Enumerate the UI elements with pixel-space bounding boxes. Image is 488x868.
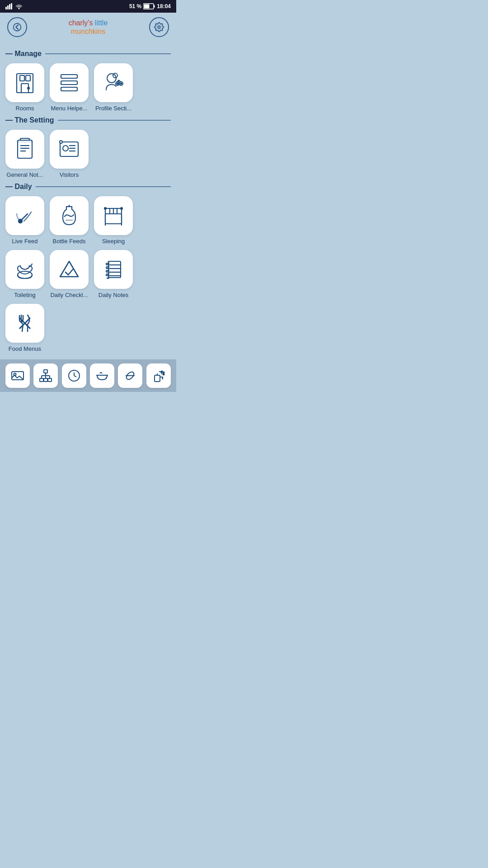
general-notes-icon xyxy=(13,137,37,161)
svg-point-53 xyxy=(106,263,108,265)
toileting-item[interactable]: Toileting xyxy=(5,250,44,298)
svg-point-22 xyxy=(117,83,118,85)
daily-notes-label: Daily Notes xyxy=(99,292,128,298)
toileting-icon-box xyxy=(5,250,44,289)
bottle-feeds-label: Bottle Feeds xyxy=(53,238,86,245)
svg-rect-17 xyxy=(61,87,77,91)
profile-section-icon-box xyxy=(94,63,133,102)
sleeping-item[interactable]: Sleeping xyxy=(94,196,133,245)
battery-text: 51 % xyxy=(129,3,141,9)
settings-button[interactable] xyxy=(149,17,169,37)
hierarchy-icon xyxy=(39,369,52,382)
nav-bowl[interactable] xyxy=(90,363,114,388)
live-feed-item[interactable]: Live Feed xyxy=(5,196,44,245)
nav-hierarchy[interactable] xyxy=(33,363,58,388)
setting-grid: General Not... Visitors xyxy=(5,130,171,178)
nav-medicine[interactable] xyxy=(118,363,142,388)
nav-clock[interactable] xyxy=(62,363,86,388)
svg-rect-16 xyxy=(61,81,77,85)
svg-rect-6 xyxy=(154,5,155,8)
app-title: charly's little munchkins xyxy=(69,19,108,36)
svg-rect-2 xyxy=(9,4,10,9)
menu-helper-item[interactable]: Menu Helpe... xyxy=(50,63,89,112)
food-menus-item[interactable]: Food Menus xyxy=(5,304,44,352)
daily-checklist-icon-box xyxy=(50,250,89,289)
svg-rect-32 xyxy=(105,214,122,224)
menu-helper-icon-box xyxy=(50,63,89,102)
status-right: 51 % 18:04 xyxy=(129,3,171,9)
daily-checklist-label: Daily Checkl... xyxy=(50,292,88,298)
visitors-item[interactable]: Visitors xyxy=(50,130,89,178)
daily-notes-item[interactable]: Daily Notes xyxy=(94,250,133,298)
svg-rect-15 xyxy=(61,75,77,78)
svg-rect-63 xyxy=(44,378,47,382)
bottle-feeds-icon xyxy=(57,204,81,227)
section-header-daily: — Daily xyxy=(5,183,171,191)
svg-rect-8 xyxy=(14,24,21,31)
main-content: — Manage Rooms xyxy=(0,42,176,359)
svg-point-23 xyxy=(121,83,122,85)
rooms-icon xyxy=(13,71,37,94)
svg-point-4 xyxy=(18,8,19,9)
bowl-icon xyxy=(95,369,109,382)
visitors-label: Visitors xyxy=(60,171,79,178)
daily-checklist-icon xyxy=(57,258,81,281)
svg-rect-62 xyxy=(40,378,43,382)
section-divider-manage xyxy=(45,53,171,54)
daily-notes-icon-box xyxy=(94,250,133,289)
svg-point-27 xyxy=(63,146,68,151)
svg-line-72 xyxy=(74,376,76,377)
time-display: 18:04 xyxy=(157,3,171,9)
section-divider-setting xyxy=(58,120,171,121)
visitors-icon xyxy=(57,137,81,161)
manage-grid: Rooms Menu Helpe... xyxy=(5,63,171,112)
general-notes-item[interactable]: General Not... xyxy=(5,130,44,178)
nav-gallery[interactable] xyxy=(5,363,30,388)
section-label-daily: — Daily xyxy=(5,183,32,191)
status-bar: 51 % 18:04 xyxy=(0,0,176,13)
live-feed-label: Live Feed xyxy=(12,238,38,245)
menu-helper-label: Menu Helpe... xyxy=(51,105,88,112)
svg-point-29 xyxy=(19,219,22,223)
section-header-setting: — The Setting xyxy=(5,116,171,124)
svg-point-54 xyxy=(106,267,108,269)
toileting-label: Toileting xyxy=(14,292,36,298)
svg-rect-61 xyxy=(44,370,47,373)
daily-notes-icon xyxy=(102,258,125,281)
visitors-icon-box xyxy=(50,130,89,169)
live-feed-icon-box xyxy=(5,196,44,235)
svg-point-56 xyxy=(106,274,108,276)
svg-rect-3 xyxy=(11,3,12,9)
svg-point-55 xyxy=(106,270,108,272)
sleeping-label: Sleeping xyxy=(102,238,125,245)
svg-rect-13 xyxy=(26,75,30,81)
menu-helper-icon xyxy=(57,71,81,94)
rooms-item[interactable]: Rooms xyxy=(5,63,44,112)
svg-point-78 xyxy=(163,372,164,373)
section-label-setting: — The Setting xyxy=(5,116,54,124)
title-little: little xyxy=(93,19,108,27)
food-menus-icon xyxy=(13,311,37,335)
nav-spray[interactable] xyxy=(146,363,171,388)
svg-rect-1 xyxy=(7,5,9,9)
back-button[interactable] xyxy=(7,17,27,37)
svg-rect-64 xyxy=(48,378,52,382)
svg-point-80 xyxy=(161,371,162,373)
gallery-icon xyxy=(11,369,24,382)
app-header: charly's little munchkins xyxy=(0,13,176,42)
svg-point-18 xyxy=(107,74,116,83)
section-header-manage: — Manage xyxy=(5,50,171,58)
sleeping-icon xyxy=(102,204,125,227)
spray-icon xyxy=(152,369,165,382)
svg-rect-12 xyxy=(20,75,24,81)
title-charlys: charly's xyxy=(69,19,93,27)
rooms-label: Rooms xyxy=(15,105,34,112)
profile-section-item[interactable]: Profile Secti... xyxy=(94,63,133,112)
svg-rect-7 xyxy=(144,5,150,9)
svg-point-9 xyxy=(158,26,160,28)
svg-point-28 xyxy=(60,141,62,143)
bottle-feeds-item[interactable]: Bottle Feeds xyxy=(50,196,89,245)
rooms-icon-box xyxy=(5,63,44,102)
svg-rect-25 xyxy=(17,140,33,142)
daily-checklist-item[interactable]: Daily Checkl... xyxy=(50,250,89,298)
